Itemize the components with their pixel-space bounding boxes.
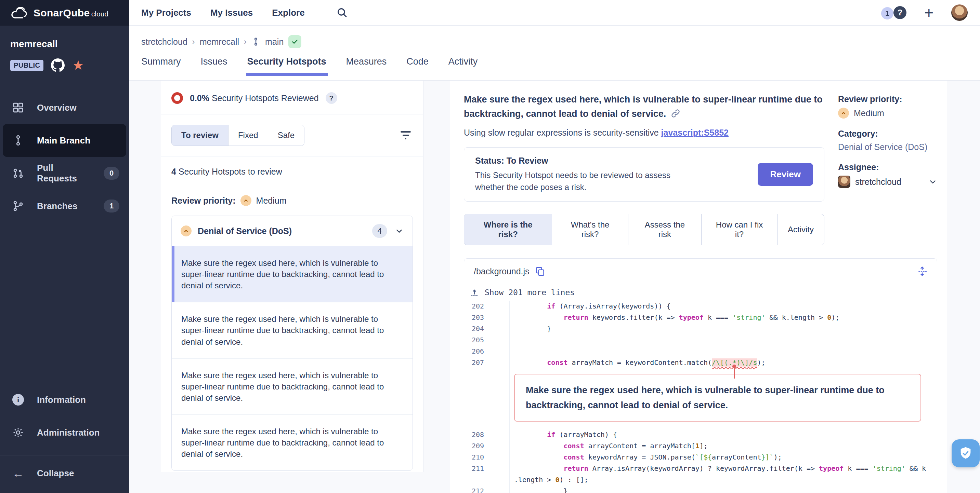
user-avatar[interactable]	[951, 5, 968, 21]
logo-sub: cloud	[91, 10, 108, 18]
tab-assess-the-risk[interactable]: Assess the risk	[628, 214, 701, 245]
expand-up-icon	[470, 288, 479, 297]
hotspot-group-header[interactable]: Denial of Service (DoS) 4	[172, 216, 412, 246]
code-line[interactable]: 212 }	[464, 485, 937, 493]
hotspots-list-panel: 0.0% Security Hotspots Reviewed ? To rev…	[161, 81, 423, 472]
chevron-down-icon	[928, 177, 937, 186]
tab-where-is-the-risk[interactable]: Where is the risk?	[464, 214, 552, 245]
line-number[interactable]: 207	[464, 357, 509, 368]
line-number[interactable]: 212	[464, 485, 509, 493]
breadcrumb-branch[interactable]: main	[265, 37, 283, 47]
logo-name: SonarQube	[33, 7, 90, 19]
sidebar-item-information[interactable]: i Information	[0, 383, 129, 416]
tab-measures[interactable]: Measures	[346, 56, 387, 76]
nav-my-projects[interactable]: My Projects	[141, 8, 191, 18]
sidebar-item-label: Branches	[37, 201, 78, 211]
permalink-icon[interactable]	[671, 109, 680, 118]
line-code: }	[509, 323, 937, 334]
line-number[interactable]: 205	[464, 334, 509, 346]
tab-risk-activity[interactable]: Activity	[777, 214, 824, 245]
line-number[interactable]: 206	[464, 346, 509, 357]
code-line[interactable]: 205	[464, 334, 937, 346]
info-icon: i	[12, 394, 24, 406]
status-tab-safe[interactable]: Safe	[268, 125, 304, 146]
hotspot-list-item[interactable]: Make sure the regex used here, which is …	[172, 302, 412, 358]
line-number[interactable]: 211	[464, 463, 509, 474]
line-number[interactable]: 208	[464, 429, 509, 441]
line-number[interactable]: 209	[464, 441, 509, 452]
filter-icon[interactable]	[401, 129, 411, 141]
code-line[interactable]: 211 return Array.isArray(keywordArray) ?…	[464, 463, 937, 485]
issue-message-box[interactable]: Make sure the regex used here, which is …	[514, 374, 921, 422]
code-line[interactable]: 209 const arrayContent = arrayMatch[1];	[464, 441, 937, 452]
git-branch-icon	[12, 135, 24, 146]
review-priority-value: Medium	[256, 196, 286, 206]
review-button[interactable]: Review	[758, 163, 813, 186]
rule-key-link[interactable]: javascript:S5852	[661, 128, 729, 137]
rule-line: Using slow regular expressions is securi…	[464, 128, 824, 138]
divider	[161, 114, 423, 114]
line-number[interactable]: 210	[464, 452, 509, 463]
hotspot-list-item[interactable]: Make sure the regex used here, which is …	[172, 246, 412, 302]
favorite-star-icon[interactable]: ★	[72, 59, 84, 71]
sonarqube-cloud-icon	[10, 5, 28, 21]
status-tab-to-review[interactable]: To review	[172, 125, 228, 146]
reviewed-ring-icon	[171, 92, 183, 104]
sidebar-item-branches[interactable]: Branches 1	[0, 190, 129, 222]
show-more-lines-top[interactable]: Show 201 more lines	[464, 284, 937, 301]
tab-code[interactable]: Code	[406, 56, 429, 76]
status-tab-fixed[interactable]: Fixed	[228, 125, 268, 146]
tab-issues[interactable]: Issues	[201, 56, 228, 76]
collapse-label: Collapse	[37, 468, 74, 479]
tab-whats-the-risk[interactable]: What's the risk?	[552, 214, 628, 245]
line-code: const arrayMatch = keywordContent.match(…	[509, 357, 937, 368]
sidebar-item-main-branch[interactable]: Main Branch	[3, 124, 126, 157]
search-icon[interactable]	[336, 7, 348, 19]
tab-activity[interactable]: Activity	[449, 56, 478, 76]
quality-gate-passed-badge	[288, 35, 301, 48]
sidebar-item-label: Main Branch	[37, 135, 90, 146]
code-file-path[interactable]: /background.js	[474, 266, 530, 276]
sidebar-item-pull-requests[interactable]: Pull Requests 0	[0, 157, 129, 190]
sidebar-item-overview[interactable]: Overview	[0, 91, 129, 124]
git-branch-icon	[251, 37, 260, 46]
sonarqube-logo[interactable]: SonarQube cloud	[0, 0, 129, 25]
hotspot-list-item[interactable]: Make sure the regex used here, which is …	[172, 414, 412, 471]
chevron-down-icon[interactable]	[395, 227, 404, 235]
tab-how-can-i-fix-it[interactable]: How can I fix it?	[701, 214, 777, 245]
copy-icon[interactable]	[535, 266, 545, 276]
line-number[interactable]: 204	[464, 323, 509, 334]
reviewed-percentage: 0.0%	[190, 93, 209, 103]
sidebar-divider	[0, 455, 129, 455]
hotspot-list-item[interactable]: Make sure the regex used here, which is …	[172, 358, 412, 414]
line-number[interactable]: 203	[464, 312, 509, 323]
code-line[interactable]: 204 }	[464, 323, 937, 334]
line-code: }	[509, 485, 937, 493]
plus-icon[interactable]: +	[924, 6, 934, 19]
line-number[interactable]: 202	[464, 301, 509, 312]
expand-code-icon[interactable]	[917, 266, 928, 276]
code-lines[interactable]: 202 if (Array.isArray(keywords)) {203 re…	[464, 301, 937, 493]
breadcrumb-project[interactable]: memrecall	[200, 37, 239, 47]
help-button[interactable]: ?	[894, 6, 907, 19]
assignee-selector[interactable]: stretchcloud	[838, 176, 937, 188]
line-code: const arrayContent = arrayMatch[1];	[509, 441, 937, 452]
nav-my-issues[interactable]: My Issues	[210, 8, 253, 18]
sidebar-item-administration[interactable]: Administration	[0, 416, 129, 449]
code-line[interactable]: 206	[464, 346, 937, 357]
code-line[interactable]: 210 const keywordArray = JSON.parse(`[${…	[464, 452, 937, 463]
tab-summary[interactable]: Summary	[141, 56, 181, 76]
tab-security-hotspots[interactable]: Security Hotspots	[247, 56, 326, 76]
breadcrumb-org[interactable]: stretchcloud	[141, 37, 188, 47]
meta-review-priority-label: Review priority:	[838, 94, 937, 104]
collapse-sidebar-button[interactable]: ← Collapse	[0, 458, 129, 488]
reviewed-help-icon[interactable]: ?	[326, 92, 337, 104]
github-icon[interactable]	[51, 59, 65, 72]
code-line[interactable]: 203 return keywords.filter(k => typeof k…	[464, 312, 937, 323]
code-line[interactable]: 202 if (Array.isArray(keywords)) {	[464, 301, 937, 312]
hotspot-meta: Review priority: Medium Category: Denial…	[838, 92, 937, 245]
code-line[interactable]: 207 const arrayMatch = keywordContent.ma…	[464, 357, 937, 368]
code-line[interactable]: 208 if (arrayMatch) {	[464, 429, 937, 441]
extension-shield-button[interactable]	[951, 439, 980, 468]
nav-explore[interactable]: Explore	[272, 8, 304, 18]
